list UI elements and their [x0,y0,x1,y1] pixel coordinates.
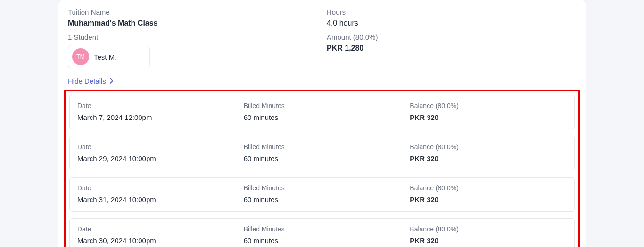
detail-date-label: Date [77,225,234,233]
tuition-card: Tuition Name Muhammad's Math Class 1 Stu… [58,0,586,247]
detail-billed-col: Billed Minutes60 minutes [244,143,401,162]
hours-amount-col: Hours 4.0 hours Amount (80.0%) PKR 1,280 [327,8,576,68]
detail-balance-label: Balance (80.0%) [410,143,567,151]
detail-balance-value: PKR 320 [410,196,567,204]
detail-date-value: March 30, 2024 10:00pm [77,237,234,245]
detail-balance-value: PKR 320 [410,237,567,245]
detail-billed-label: Billed Minutes [244,225,401,233]
detail-billed-col: Billed Minutes60 minutes [244,102,401,121]
amount-label: Amount (80.0%) [327,33,576,41]
detail-billed-value: 60 minutes [244,196,401,204]
detail-date-value: March 31, 2024 10:00pm [77,196,234,204]
detail-balance-value: PKR 320 [410,154,567,162]
detail-billed-col: Billed Minutes60 minutes [244,225,401,245]
detail-row: DateMarch 30, 2024 10:00pmBilled Minutes… [69,218,575,247]
toggle-label: Hide Details [68,77,106,85]
detail-billed-label: Billed Minutes [244,143,401,151]
detail-date-label: Date [77,143,234,151]
detail-balance-col: Balance (80.0%)PKR 320 [410,184,567,204]
detail-date-col: DateMarch 31, 2024 10:00pm [77,184,234,204]
detail-billed-label: Billed Minutes [244,184,401,192]
detail-row: DateMarch 31, 2024 10:00pmBilled Minutes… [69,177,575,212]
detail-date-col: DateMarch 7, 2024 12:00pm [77,102,234,121]
detail-date-col: DateMarch 30, 2024 10:00pm [77,225,234,245]
detail-row: DateMarch 29, 2024 10:00pmBilled Minutes… [69,136,575,170]
details-list: DateMarch 7, 2024 12:00pmBilled Minutes6… [64,90,580,247]
detail-date-value: March 29, 2024 10:00pm [77,154,234,162]
tuition-name-value: Muhammad's Math Class [68,19,317,27]
amount-value: PKR 1,280 [327,44,576,52]
avatar: TM [72,48,89,65]
detail-billed-label: Billed Minutes [244,102,401,110]
detail-billed-value: 60 minutes [244,113,401,121]
detail-billed-value: 60 minutes [244,154,401,162]
detail-date-col: DateMarch 29, 2024 10:00pm [77,143,234,162]
header-row: Tuition Name Muhammad's Math Class 1 Stu… [64,6,580,68]
detail-row: DateMarch 7, 2024 12:00pmBilled Minutes6… [69,95,575,129]
detail-billed-col: Billed Minutes60 minutes [244,184,401,204]
detail-balance-col: Balance (80.0%)PKR 320 [410,143,567,162]
hide-details-toggle[interactable]: Hide Details [64,77,114,85]
detail-billed-value: 60 minutes [244,237,401,245]
hours-label: Hours [327,8,576,16]
detail-balance-value: PKR 320 [410,113,567,121]
detail-date-label: Date [77,184,234,192]
detail-balance-label: Balance (80.0%) [410,102,567,110]
avatar-initials: TM [76,53,84,60]
student-chip[interactable]: TM Test M. [68,45,150,68]
tuition-name-col: Tuition Name Muhammad's Math Class 1 Stu… [68,8,317,68]
detail-date-value: March 7, 2024 12:00pm [77,113,234,121]
student-count-label: 1 Student [68,33,317,41]
detail-balance-label: Balance (80.0%) [410,184,567,192]
student-name: Test M. [94,53,116,61]
detail-balance-col: Balance (80.0%)PKR 320 [410,225,567,245]
detail-balance-label: Balance (80.0%) [410,225,567,233]
tuition-name-label: Tuition Name [68,8,317,16]
detail-balance-col: Balance (80.0%)PKR 320 [410,102,567,121]
chevron-right-icon [110,77,114,85]
detail-date-label: Date [77,102,234,110]
hours-value: 4.0 hours [327,19,576,27]
